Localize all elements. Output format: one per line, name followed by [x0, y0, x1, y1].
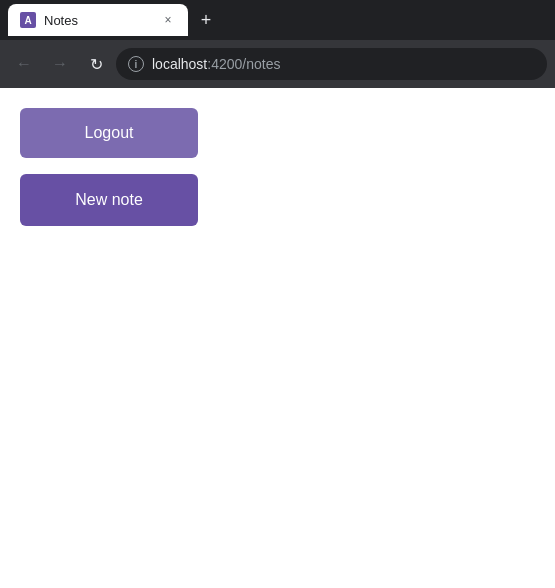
- info-icon: i: [128, 56, 144, 72]
- forward-button[interactable]: →: [44, 48, 76, 80]
- url-host: localhost: [152, 56, 207, 72]
- reload-button[interactable]: ↻: [80, 48, 112, 80]
- address-bar[interactable]: i localhost:4200/notes: [116, 48, 547, 80]
- active-tab[interactable]: A Notes ×: [8, 4, 188, 36]
- back-button[interactable]: ←: [8, 48, 40, 80]
- url-path: :4200/notes: [207, 56, 280, 72]
- page-content: Logout New note: [0, 88, 555, 246]
- tab-bar: A Notes × +: [0, 0, 555, 40]
- new-tab-button[interactable]: +: [192, 6, 220, 34]
- tab-favicon: A: [20, 12, 36, 28]
- url-display: localhost:4200/notes: [152, 56, 280, 72]
- address-bar-row: ← → ↻ i localhost:4200/notes: [0, 40, 555, 88]
- tab-close-button[interactable]: ×: [160, 12, 176, 28]
- tab-title: Notes: [44, 13, 152, 28]
- browser-chrome: A Notes × + ← → ↻ i localhost:4200/notes: [0, 0, 555, 88]
- new-note-button[interactable]: New note: [20, 174, 198, 226]
- logout-button[interactable]: Logout: [20, 108, 198, 158]
